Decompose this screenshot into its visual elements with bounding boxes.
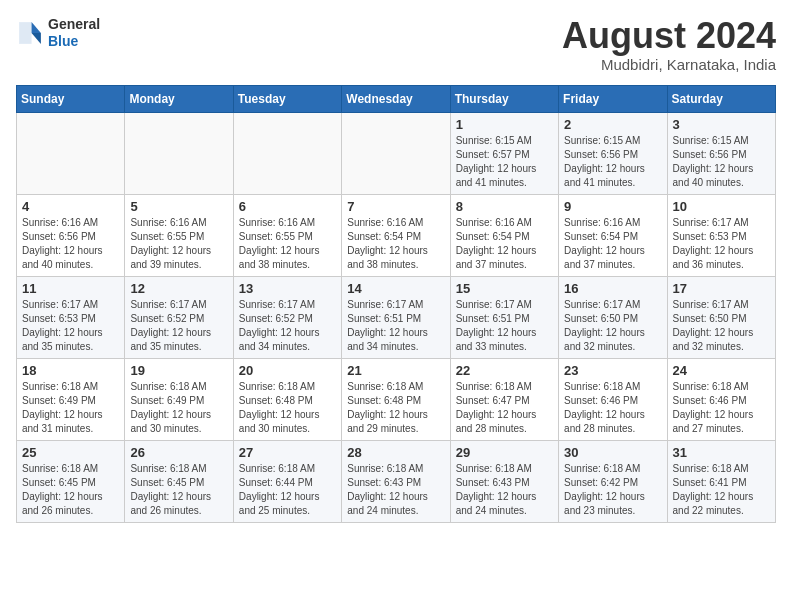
column-header-thursday: Thursday xyxy=(450,85,558,112)
day-number: 27 xyxy=(239,445,336,460)
day-number: 26 xyxy=(130,445,227,460)
day-info: Sunrise: 6:16 AM Sunset: 6:54 PM Dayligh… xyxy=(564,216,661,272)
week-row-4: 18Sunrise: 6:18 AM Sunset: 6:49 PM Dayli… xyxy=(17,358,776,440)
calendar-cell: 8Sunrise: 6:16 AM Sunset: 6:54 PM Daylig… xyxy=(450,194,558,276)
calendar-cell: 16Sunrise: 6:17 AM Sunset: 6:50 PM Dayli… xyxy=(559,276,667,358)
day-number: 13 xyxy=(239,281,336,296)
calendar-cell: 22Sunrise: 6:18 AM Sunset: 6:47 PM Dayli… xyxy=(450,358,558,440)
day-info: Sunrise: 6:18 AM Sunset: 6:46 PM Dayligh… xyxy=(564,380,661,436)
day-number: 1 xyxy=(456,117,553,132)
calendar-cell: 21Sunrise: 6:18 AM Sunset: 6:48 PM Dayli… xyxy=(342,358,450,440)
calendar-cell: 4Sunrise: 6:16 AM Sunset: 6:56 PM Daylig… xyxy=(17,194,125,276)
calendar-header-row: SundayMondayTuesdayWednesdayThursdayFrid… xyxy=(17,85,776,112)
day-number: 14 xyxy=(347,281,444,296)
day-info: Sunrise: 6:18 AM Sunset: 6:48 PM Dayligh… xyxy=(239,380,336,436)
day-info: Sunrise: 6:18 AM Sunset: 6:46 PM Dayligh… xyxy=(673,380,770,436)
day-info: Sunrise: 6:18 AM Sunset: 6:48 PM Dayligh… xyxy=(347,380,444,436)
column-header-saturday: Saturday xyxy=(667,85,775,112)
calendar-cell: 24Sunrise: 6:18 AM Sunset: 6:46 PM Dayli… xyxy=(667,358,775,440)
calendar-cell xyxy=(125,112,233,194)
calendar-cell: 3Sunrise: 6:15 AM Sunset: 6:56 PM Daylig… xyxy=(667,112,775,194)
month-title: August 2024 xyxy=(562,16,776,56)
week-row-1: 1Sunrise: 6:15 AM Sunset: 6:57 PM Daylig… xyxy=(17,112,776,194)
column-header-tuesday: Tuesday xyxy=(233,85,341,112)
day-info: Sunrise: 6:18 AM Sunset: 6:49 PM Dayligh… xyxy=(130,380,227,436)
day-number: 22 xyxy=(456,363,553,378)
calendar-cell: 7Sunrise: 6:16 AM Sunset: 6:54 PM Daylig… xyxy=(342,194,450,276)
day-number: 7 xyxy=(347,199,444,214)
day-info: Sunrise: 6:15 AM Sunset: 6:56 PM Dayligh… xyxy=(564,134,661,190)
calendar-cell: 29Sunrise: 6:18 AM Sunset: 6:43 PM Dayli… xyxy=(450,440,558,522)
day-info: Sunrise: 6:17 AM Sunset: 6:53 PM Dayligh… xyxy=(673,216,770,272)
day-info: Sunrise: 6:17 AM Sunset: 6:51 PM Dayligh… xyxy=(456,298,553,354)
svg-marker-1 xyxy=(32,33,41,44)
day-number: 21 xyxy=(347,363,444,378)
week-row-5: 25Sunrise: 6:18 AM Sunset: 6:45 PM Dayli… xyxy=(17,440,776,522)
day-number: 2 xyxy=(564,117,661,132)
day-info: Sunrise: 6:17 AM Sunset: 6:51 PM Dayligh… xyxy=(347,298,444,354)
day-number: 11 xyxy=(22,281,119,296)
day-info: Sunrise: 6:17 AM Sunset: 6:52 PM Dayligh… xyxy=(239,298,336,354)
day-number: 31 xyxy=(673,445,770,460)
calendar-cell: 12Sunrise: 6:17 AM Sunset: 6:52 PM Dayli… xyxy=(125,276,233,358)
calendar-cell: 11Sunrise: 6:17 AM Sunset: 6:53 PM Dayli… xyxy=(17,276,125,358)
calendar-cell xyxy=(233,112,341,194)
week-row-3: 11Sunrise: 6:17 AM Sunset: 6:53 PM Dayli… xyxy=(17,276,776,358)
day-number: 17 xyxy=(673,281,770,296)
calendar-cell: 14Sunrise: 6:17 AM Sunset: 6:51 PM Dayli… xyxy=(342,276,450,358)
calendar-cell: 9Sunrise: 6:16 AM Sunset: 6:54 PM Daylig… xyxy=(559,194,667,276)
calendar-cell: 18Sunrise: 6:18 AM Sunset: 6:49 PM Dayli… xyxy=(17,358,125,440)
column-header-wednesday: Wednesday xyxy=(342,85,450,112)
day-info: Sunrise: 6:18 AM Sunset: 6:45 PM Dayligh… xyxy=(130,462,227,518)
calendar-cell: 26Sunrise: 6:18 AM Sunset: 6:45 PM Dayli… xyxy=(125,440,233,522)
calendar-cell: 25Sunrise: 6:18 AM Sunset: 6:45 PM Dayli… xyxy=(17,440,125,522)
day-info: Sunrise: 6:15 AM Sunset: 6:57 PM Dayligh… xyxy=(456,134,553,190)
calendar-cell: 28Sunrise: 6:18 AM Sunset: 6:43 PM Dayli… xyxy=(342,440,450,522)
calendar-cell: 10Sunrise: 6:17 AM Sunset: 6:53 PM Dayli… xyxy=(667,194,775,276)
calendar-cell: 1Sunrise: 6:15 AM Sunset: 6:57 PM Daylig… xyxy=(450,112,558,194)
calendar-cell: 30Sunrise: 6:18 AM Sunset: 6:42 PM Dayli… xyxy=(559,440,667,522)
calendar-cell: 31Sunrise: 6:18 AM Sunset: 6:41 PM Dayli… xyxy=(667,440,775,522)
location-subtitle: Mudbidri, Karnataka, India xyxy=(562,56,776,73)
day-info: Sunrise: 6:16 AM Sunset: 6:55 PM Dayligh… xyxy=(239,216,336,272)
day-number: 16 xyxy=(564,281,661,296)
column-header-sunday: Sunday xyxy=(17,85,125,112)
day-number: 4 xyxy=(22,199,119,214)
title-area: August 2024 Mudbidri, Karnataka, India xyxy=(562,16,776,73)
day-info: Sunrise: 6:15 AM Sunset: 6:56 PM Dayligh… xyxy=(673,134,770,190)
column-header-friday: Friday xyxy=(559,85,667,112)
day-number: 15 xyxy=(456,281,553,296)
calendar-cell: 5Sunrise: 6:16 AM Sunset: 6:55 PM Daylig… xyxy=(125,194,233,276)
day-info: Sunrise: 6:16 AM Sunset: 6:55 PM Dayligh… xyxy=(130,216,227,272)
day-number: 20 xyxy=(239,363,336,378)
day-info: Sunrise: 6:17 AM Sunset: 6:50 PM Dayligh… xyxy=(564,298,661,354)
day-number: 9 xyxy=(564,199,661,214)
column-header-monday: Monday xyxy=(125,85,233,112)
day-number: 23 xyxy=(564,363,661,378)
day-number: 12 xyxy=(130,281,227,296)
day-info: Sunrise: 6:16 AM Sunset: 6:54 PM Dayligh… xyxy=(347,216,444,272)
day-number: 19 xyxy=(130,363,227,378)
day-number: 8 xyxy=(456,199,553,214)
day-info: Sunrise: 6:18 AM Sunset: 6:43 PM Dayligh… xyxy=(456,462,553,518)
generalblue-logo-icon xyxy=(16,19,44,47)
day-number: 18 xyxy=(22,363,119,378)
calendar-cell: 15Sunrise: 6:17 AM Sunset: 6:51 PM Dayli… xyxy=(450,276,558,358)
day-info: Sunrise: 6:17 AM Sunset: 6:50 PM Dayligh… xyxy=(673,298,770,354)
calendar-cell: 13Sunrise: 6:17 AM Sunset: 6:52 PM Dayli… xyxy=(233,276,341,358)
day-number: 10 xyxy=(673,199,770,214)
calendar-cell: 17Sunrise: 6:17 AM Sunset: 6:50 PM Dayli… xyxy=(667,276,775,358)
calendar-cell: 27Sunrise: 6:18 AM Sunset: 6:44 PM Dayli… xyxy=(233,440,341,522)
calendar-cell: 20Sunrise: 6:18 AM Sunset: 6:48 PM Dayli… xyxy=(233,358,341,440)
calendar-body: 1Sunrise: 6:15 AM Sunset: 6:57 PM Daylig… xyxy=(17,112,776,522)
page-header: General Blue August 2024 Mudbidri, Karna… xyxy=(16,16,776,73)
day-info: Sunrise: 6:18 AM Sunset: 6:42 PM Dayligh… xyxy=(564,462,661,518)
calendar-table: SundayMondayTuesdayWednesdayThursdayFrid… xyxy=(16,85,776,523)
day-info: Sunrise: 6:17 AM Sunset: 6:53 PM Dayligh… xyxy=(22,298,119,354)
calendar-cell: 6Sunrise: 6:16 AM Sunset: 6:55 PM Daylig… xyxy=(233,194,341,276)
calendar-cell: 23Sunrise: 6:18 AM Sunset: 6:46 PM Dayli… xyxy=(559,358,667,440)
day-info: Sunrise: 6:18 AM Sunset: 6:44 PM Dayligh… xyxy=(239,462,336,518)
day-number: 6 xyxy=(239,199,336,214)
calendar-cell xyxy=(17,112,125,194)
day-number: 5 xyxy=(130,199,227,214)
